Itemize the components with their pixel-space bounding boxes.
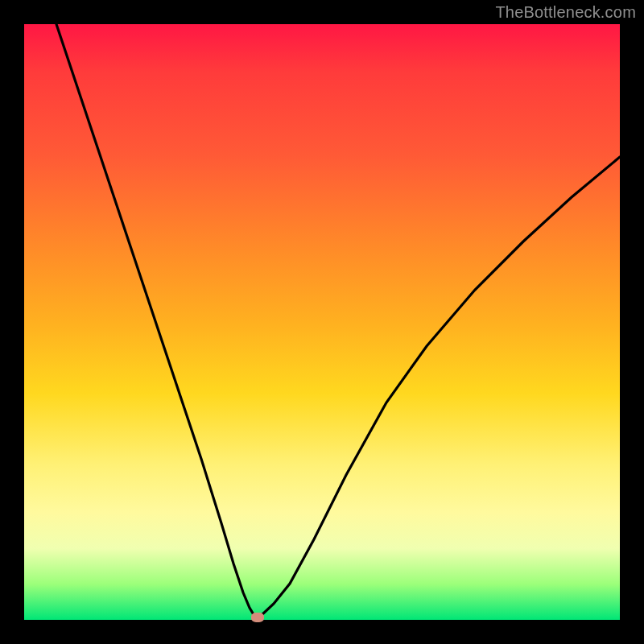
bottleneck-curve — [24, 24, 620, 620]
plot-area — [24, 24, 620, 620]
chart-frame: TheBottleneck.com — [0, 0, 644, 644]
minimum-marker — [251, 613, 264, 622]
watermark-text: TheBottleneck.com — [495, 3, 636, 22]
